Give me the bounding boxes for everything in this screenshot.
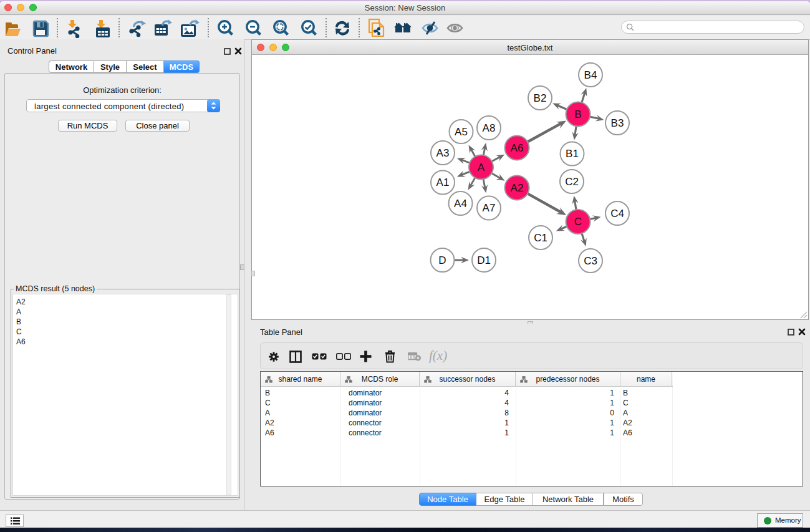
svg-text:A8: A8	[483, 122, 496, 134]
svg-text:B1: B1	[566, 148, 579, 160]
svg-text:C: C	[574, 216, 582, 228]
svg-text:C4: C4	[610, 208, 624, 220]
svg-text:A1: A1	[436, 177, 450, 188]
svg-text:B4: B4	[584, 69, 597, 81]
svg-text:D1: D1	[477, 254, 491, 266]
svg-text:C3: C3	[584, 255, 597, 267]
svg-text:C2: C2	[565, 176, 579, 188]
svg-text:A6: A6	[511, 142, 524, 154]
svg-text:A2: A2	[511, 182, 524, 194]
svg-text:D: D	[438, 254, 446, 266]
svg-text:A7: A7	[483, 202, 496, 214]
svg-text:B2: B2	[534, 92, 547, 104]
svg-text:A: A	[478, 162, 485, 173]
svg-text:B: B	[574, 109, 581, 120]
svg-text:C1: C1	[534, 232, 547, 244]
svg-text:A3: A3	[436, 147, 450, 159]
svg-text:A5: A5	[455, 126, 468, 138]
svg-text:B3: B3	[611, 117, 624, 129]
svg-text:A4: A4	[454, 198, 467, 210]
